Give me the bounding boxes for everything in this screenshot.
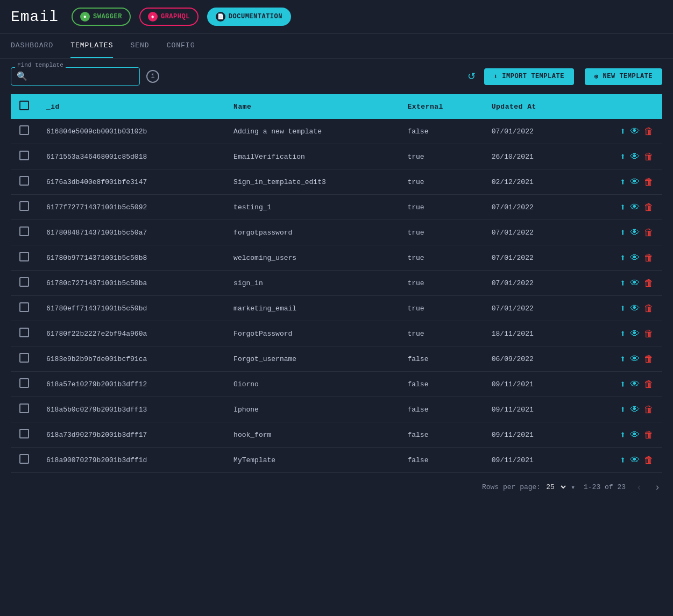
- delete-icon[interactable]: 🗑: [644, 202, 654, 213]
- view-icon[interactable]: 👁: [630, 404, 640, 415]
- view-icon[interactable]: 👁: [630, 151, 640, 162]
- row-checkbox[interactable]: [19, 429, 29, 438]
- row-checkbox[interactable]: [19, 151, 29, 160]
- import-icon: ⬇: [494, 73, 498, 81]
- upload-icon[interactable]: ⬆: [620, 454, 626, 466]
- select-all-checkbox[interactable]: [19, 101, 29, 110]
- tab-send[interactable]: SEND: [130, 34, 149, 58]
- delete-icon[interactable]: 🗑: [644, 176, 654, 188]
- row-actions: ⬆ 👁 🗑: [590, 125, 654, 137]
- row-checkbox[interactable]: [19, 378, 29, 388]
- table-row: 6171553a346468001c85d018 EmailVerificati…: [11, 144, 662, 169]
- row-checkbox[interactable]: [19, 353, 29, 363]
- delete-icon[interactable]: 🗑: [644, 455, 654, 466]
- view-icon[interactable]: 👁: [630, 176, 640, 188]
- rows-per-page: Rows per page: 25 50 100 ▾: [482, 483, 575, 492]
- rows-per-page-label: Rows per page:: [482, 483, 541, 491]
- delete-icon[interactable]: 🗑: [644, 379, 654, 390]
- cell-updated: 02/12/2021: [483, 169, 582, 195]
- col-external: External: [399, 94, 483, 119]
- delete-icon[interactable]: 🗑: [644, 404, 654, 415]
- row-checkbox[interactable]: [19, 226, 29, 236]
- delete-icon[interactable]: 🗑: [644, 227, 654, 238]
- delete-icon[interactable]: 🗑: [644, 429, 654, 441]
- delete-icon[interactable]: 🗑: [644, 252, 654, 264]
- rows-per-page-select[interactable]: 25 50 100: [544, 483, 568, 492]
- app-title: Email: [11, 9, 59, 25]
- view-icon[interactable]: 👁: [630, 303, 640, 314]
- templates-table: _id Name External Updated At 616804e5009…: [11, 94, 662, 473]
- view-icon[interactable]: 👁: [630, 227, 640, 238]
- row-actions: ⬆ 👁 🗑: [590, 302, 654, 314]
- info-icon[interactable]: i: [146, 70, 159, 83]
- upload-icon[interactable]: ⬆: [620, 176, 626, 188]
- table-header: _id Name External Updated At: [11, 94, 662, 119]
- import-template-button[interactable]: ⬇ IMPORT TEMPLATE: [484, 68, 574, 85]
- upload-icon[interactable]: ⬆: [620, 226, 626, 238]
- upload-icon[interactable]: ⬆: [620, 277, 626, 289]
- view-icon[interactable]: 👁: [630, 429, 640, 441]
- row-checkbox[interactable]: [19, 277, 29, 287]
- prev-page-button[interactable]: ‹: [634, 480, 644, 494]
- row-checkbox[interactable]: [19, 176, 29, 186]
- row-checkbox[interactable]: [19, 125, 29, 135]
- upload-icon[interactable]: ⬆: [620, 429, 626, 441]
- delete-icon[interactable]: 🗑: [644, 278, 654, 289]
- upload-icon[interactable]: ⬆: [620, 201, 626, 213]
- view-icon[interactable]: 👁: [630, 278, 640, 289]
- refresh-button[interactable]: ↺: [465, 68, 478, 84]
- graphql-button[interactable]: ◈ GRAPHQL: [139, 8, 199, 26]
- row-actions: ⬆ 👁 🗑: [590, 277, 654, 289]
- delete-icon[interactable]: 🗑: [644, 126, 654, 137]
- table-footer: Rows per page: 25 50 100 ▾ 1-23 of 23 ‹ …: [0, 473, 673, 501]
- row-checkbox[interactable]: [19, 403, 29, 413]
- cell-id: 618a73d90279b2001b3dff17: [38, 422, 225, 448]
- table-row: 61780eff714371001b5c50bd marketing_email…: [11, 296, 662, 321]
- cell-name: testing_1: [225, 195, 399, 220]
- tab-templates[interactable]: TEMPLATES: [70, 34, 113, 58]
- upload-icon[interactable]: ⬆: [620, 125, 626, 137]
- cell-updated: 26/10/2021: [483, 144, 582, 169]
- cell-name: EmailVerification: [225, 144, 399, 169]
- upload-icon[interactable]: ⬆: [620, 328, 626, 339]
- row-checkbox[interactable]: [19, 302, 29, 312]
- row-checkbox[interactable]: [19, 454, 29, 464]
- view-icon[interactable]: 👁: [630, 252, 640, 264]
- view-icon[interactable]: 👁: [630, 126, 640, 137]
- cell-id: 6183e9b2b9b7de001bcf91ca: [38, 346, 225, 372]
- table-row: 6177f727714371001b5c5092 testing_1 true …: [11, 195, 662, 220]
- row-actions: ⬆ 👁 🗑: [590, 151, 654, 162]
- tab-dashboard[interactable]: DASHBOARD: [11, 34, 53, 58]
- row-actions: ⬆ 👁 🗑: [590, 226, 654, 238]
- view-icon[interactable]: 👁: [630, 202, 640, 213]
- delete-icon[interactable]: 🗑: [644, 328, 654, 339]
- upload-icon[interactable]: ⬆: [620, 353, 626, 365]
- delete-icon[interactable]: 🗑: [644, 151, 654, 162]
- next-page-button[interactable]: ›: [653, 480, 662, 494]
- col-actions: [581, 94, 662, 119]
- row-checkbox[interactable]: [19, 201, 29, 211]
- documentation-button[interactable]: 📄 DOCUMENTATION: [207, 8, 291, 26]
- upload-icon[interactable]: ⬆: [620, 151, 626, 162]
- view-icon[interactable]: 👁: [630, 379, 640, 390]
- delete-icon[interactable]: 🗑: [644, 303, 654, 314]
- cell-external: true: [399, 321, 483, 346]
- table-row: 618a57e10279b2001b3dff12 Giorno false 09…: [11, 372, 662, 397]
- view-icon[interactable]: 👁: [630, 353, 640, 365]
- upload-icon[interactable]: ⬆: [620, 403, 626, 415]
- swagger-button[interactable]: ● SWAGGER: [72, 8, 131, 26]
- search-input[interactable]: [31, 72, 134, 81]
- table-row: 61780c72714371001b5c50ba sign_in true 07…: [11, 271, 662, 296]
- tab-config[interactable]: CONFIG: [167, 34, 195, 58]
- cell-external: true: [399, 296, 483, 321]
- row-checkbox[interactable]: [19, 252, 29, 261]
- row-actions: ⬆ 👁 🗑: [590, 378, 654, 390]
- view-icon[interactable]: 👁: [630, 455, 640, 466]
- new-template-button[interactable]: ⊕ NEW TEMPLATE: [585, 68, 662, 85]
- upload-icon[interactable]: ⬆: [620, 302, 626, 314]
- row-checkbox[interactable]: [19, 328, 29, 337]
- upload-icon[interactable]: ⬆: [620, 252, 626, 264]
- upload-icon[interactable]: ⬆: [620, 378, 626, 390]
- view-icon[interactable]: 👁: [630, 328, 640, 339]
- delete-icon[interactable]: 🗑: [644, 353, 654, 365]
